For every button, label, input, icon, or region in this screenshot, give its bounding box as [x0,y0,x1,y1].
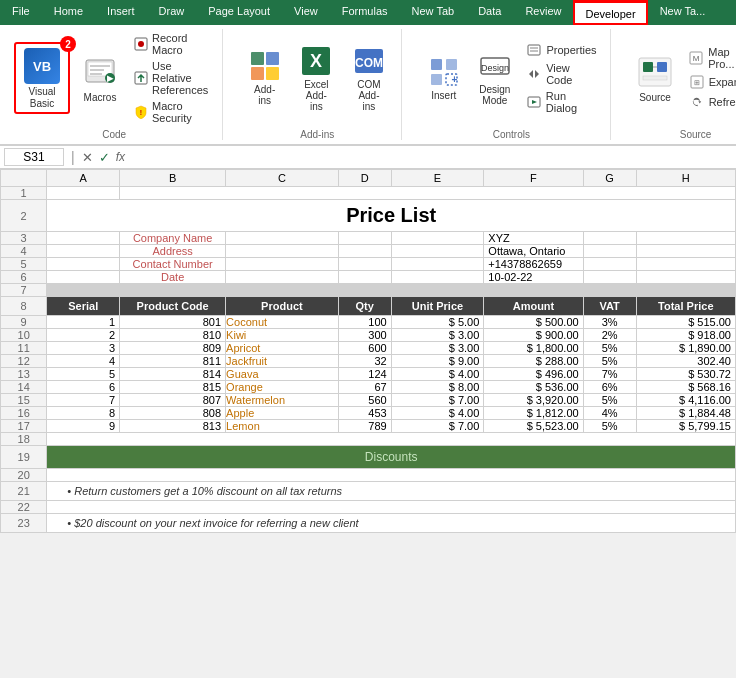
cell-amount-9[interactable]: $ 5,523.00 [484,420,583,433]
cell-vat-5[interactable]: 7% [583,368,636,381]
address-value[interactable]: Ottawa, Ontario [484,245,583,258]
cell-serial-2[interactable]: 2 [47,329,120,342]
insert-button[interactable]: + Insert [420,52,467,105]
cell-a4[interactable] [47,245,120,258]
cell-vat-1[interactable]: 3% [583,316,636,329]
refresh-button[interactable]: Refresh [685,93,736,111]
cell-serial-4[interactable]: 4 [47,355,120,368]
cell-qty-6[interactable]: 67 [338,381,391,394]
cell-g4[interactable] [583,245,636,258]
cell-product-6[interactable]: Orange [226,381,339,394]
row-18-cells[interactable] [47,433,736,446]
cell-amount-4[interactable]: $ 288.00 [484,355,583,368]
tab-home[interactable]: Home [42,0,95,25]
cancel-icon[interactable]: ✕ [82,150,93,165]
cell-serial-8[interactable]: 8 [47,407,120,420]
cell-qty-1[interactable]: 100 [338,316,391,329]
cell-c3[interactable] [226,232,339,245]
properties-button[interactable]: Properties [522,41,602,59]
cell-a1[interactable] [47,187,120,200]
cell-total-9[interactable]: $ 5,799.15 [636,420,735,433]
cell-amount-5[interactable]: $ 496.00 [484,368,583,381]
cell-price-8[interactable]: $ 4.00 [391,407,484,420]
cell-serial-6[interactable]: 6 [47,381,120,394]
confirm-icon[interactable]: ✓ [99,150,110,165]
cell-total-4[interactable]: 302.40 [636,355,735,368]
cell-product-4[interactable]: Jackfruit [226,355,339,368]
col-header-e[interactable]: E [391,170,484,187]
cell-total-5[interactable]: $ 530.72 [636,368,735,381]
col-header-f[interactable]: F [484,170,583,187]
cell-serial-7[interactable]: 7 [47,394,120,407]
cell-vat-3[interactable]: 5% [583,342,636,355]
header-qty[interactable]: Qty [338,297,391,316]
col-header-c[interactable]: C [226,170,339,187]
expansion-button[interactable]: ⊞ Expansi... [685,73,736,91]
cell-total-7[interactable]: $ 4,116.00 [636,394,735,407]
tab-new-tab[interactable]: New Tab [400,0,467,25]
tab-file[interactable]: File [0,0,42,25]
cell-g3[interactable] [583,232,636,245]
run-dialog-button[interactable]: Run Dialog [522,89,602,115]
macro-security-button[interactable]: ! Macro Security [130,99,214,125]
title-cell[interactable]: Price List [47,200,736,232]
cell-d3[interactable] [338,232,391,245]
cell-price-7[interactable]: $ 7.00 [391,394,484,407]
cell-code-9[interactable]: 813 [120,420,226,433]
cell-serial-1[interactable]: 1 [47,316,120,329]
cell-code-3[interactable]: 809 [120,342,226,355]
cell-code-7[interactable]: 807 [120,394,226,407]
addins-button[interactable]: Add-ins [241,46,288,110]
cell-c4[interactable] [226,245,339,258]
cell-amount-6[interactable]: $ 536.00 [484,381,583,394]
cell-qty-8[interactable]: 453 [338,407,391,420]
cell-h3[interactable] [636,232,735,245]
cell-total-2[interactable]: $ 918.00 [636,329,735,342]
cell-amount-1[interactable]: $ 500.00 [484,316,583,329]
cell-code-6[interactable]: 815 [120,381,226,394]
cell-product-2[interactable]: Kiwi [226,329,339,342]
cell-vat-2[interactable]: 2% [583,329,636,342]
tab-view[interactable]: View [282,0,330,25]
cell-qty-2[interactable]: 300 [338,329,391,342]
company-name-value[interactable]: XYZ [484,232,583,245]
cell-vat-8[interactable]: 4% [583,407,636,420]
excel-addins-button[interactable]: X ExcelAdd-ins [292,41,341,116]
discounts-header[interactable]: Discounts [47,446,736,469]
col-header-d[interactable]: D [338,170,391,187]
cell-qty-5[interactable]: 124 [338,368,391,381]
tab-page-layout[interactable]: Page Layout [196,0,282,25]
fx-icon[interactable]: fx [116,150,125,164]
cell-price-4[interactable]: $ 9.00 [391,355,484,368]
tab-new-ta[interactable]: New Ta... [648,0,718,25]
discount-text-1[interactable]: • Return customers get a 10% discount on… [47,482,736,501]
header-serial[interactable]: Serial [47,297,120,316]
contact-label[interactable]: Contact Number [120,258,226,271]
cell-code-1[interactable]: 801 [120,316,226,329]
cell-qty-4[interactable]: 32 [338,355,391,368]
tab-draw[interactable]: Draw [147,0,197,25]
cell-a6[interactable] [47,271,120,284]
macros-button[interactable]: ▶ Macros [74,50,126,106]
cell-product-7[interactable]: Watermelon [226,394,339,407]
row-22-cells[interactable] [47,501,736,514]
cell-vat-6[interactable]: 6% [583,381,636,394]
cell-price-9[interactable]: $ 7.00 [391,420,484,433]
cell-product-9[interactable]: Lemon [226,420,339,433]
cell-total-6[interactable]: $ 568.16 [636,381,735,394]
source-button[interactable]: Source [629,50,680,107]
cell-product-1[interactable]: Coconut [226,316,339,329]
cell-reference[interactable] [4,148,64,166]
cell-h4[interactable] [636,245,735,258]
cell-vat-9[interactable]: 5% [583,420,636,433]
tab-review[interactable]: Review [513,0,573,25]
date-label[interactable]: Date [120,271,226,284]
cell-total-3[interactable]: $ 1,890.00 [636,342,735,355]
cell-price-2[interactable]: $ 3.00 [391,329,484,342]
cell-h5[interactable] [636,258,735,271]
cell-e3[interactable] [391,232,484,245]
col-header-h[interactable]: H [636,170,735,187]
discount-text-2[interactable]: • $20 discount on your next invoice for … [47,514,736,533]
tab-insert[interactable]: Insert [95,0,147,25]
cell-qty-3[interactable]: 600 [338,342,391,355]
